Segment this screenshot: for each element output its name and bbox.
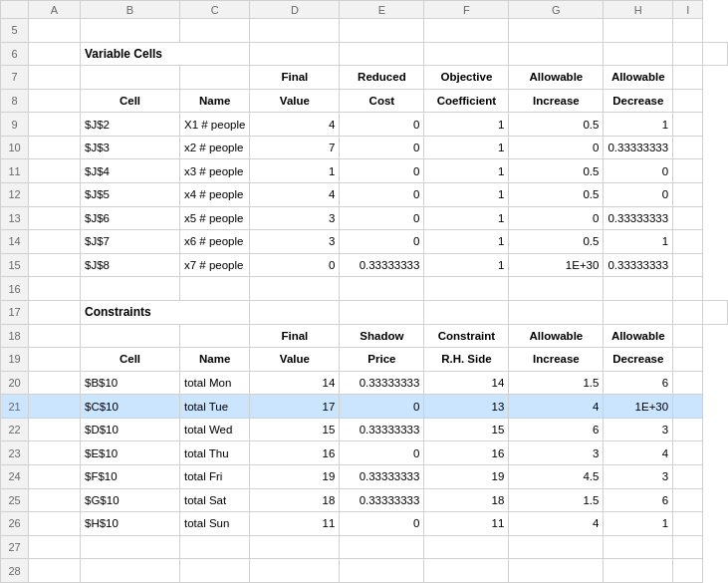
cell-15-A: [29, 253, 81, 277]
cell-11-G: 0.5: [509, 159, 604, 183]
row-header-24: 24: [1, 464, 29, 488]
cell-7-H: Allowable: [604, 66, 673, 90]
cell-28-G: [509, 559, 604, 583]
cell-23-B: $E$10: [81, 441, 180, 465]
cell-22-H: 3: [604, 418, 673, 441]
cell-26-A: [29, 512, 81, 536]
col-header-row: [1, 1, 29, 19]
cell-28-D: [250, 559, 340, 583]
cell-13-F: 1: [424, 206, 509, 230]
cell-16-I: [673, 277, 703, 301]
cell-18-F: Constraint: [424, 324, 509, 348]
cell-19-H: Decrease: [604, 348, 673, 372]
row-header-6: 6: [1, 42, 29, 66]
cell-5-C: [180, 19, 250, 43]
cell-9-A: [29, 113, 81, 137]
cell-11-H: 0: [604, 159, 673, 183]
col-header-a: A: [29, 1, 81, 19]
cell-17-H: [673, 300, 703, 324]
cell-17-E: [424, 300, 509, 324]
cell-24-H: 3: [604, 464, 673, 488]
cell-8-D: Value: [250, 89, 340, 113]
row-header-22: 22: [1, 418, 29, 441]
cell-11-B: $J$4: [81, 159, 180, 183]
cell-18-D: Final: [250, 324, 340, 348]
cell-18-G: Allowable: [509, 324, 604, 348]
cell-15-F: 1: [424, 253, 509, 277]
cell-17-C: [250, 300, 340, 324]
cell-22-G: 6: [509, 418, 604, 441]
cell-12-H: 0: [604, 183, 673, 207]
cell-16-D: [250, 277, 340, 301]
cell-15-G: 1E+30: [509, 253, 604, 277]
cell-12-D: 4: [250, 183, 340, 207]
cell-27-E: [340, 535, 424, 559]
cell-6-D: [340, 42, 424, 66]
cell-11-I: [673, 159, 703, 183]
cell-14-D: 3: [250, 230, 340, 254]
cell-21-G: 4: [509, 395, 604, 419]
row-header-25: 25: [1, 488, 29, 512]
cell-20-B: $B$10: [81, 371, 180, 395]
cell-9-G: 0.5: [509, 113, 604, 137]
cell-23-E: 0: [340, 441, 424, 465]
cell-13-C: x5 # people: [180, 206, 250, 230]
cell-16-H: [604, 277, 673, 301]
cell-16-C: [180, 277, 250, 301]
cell-13-E: 0: [340, 206, 424, 230]
cell-23-C: total Thu: [180, 441, 250, 465]
col-header-b: B: [81, 1, 180, 19]
cell-8-C: Name: [180, 89, 250, 113]
row-header-11: 11: [1, 159, 29, 183]
cell-22-E: 0.33333333: [340, 418, 424, 441]
cell-15-H: 0.33333333: [604, 253, 673, 277]
cell-21-H: 1E+30: [604, 395, 673, 419]
cell-20-D: 14: [250, 371, 340, 395]
cell-25-B: $G$10: [81, 488, 180, 512]
cell-6-E: [424, 42, 509, 66]
cell-28-E: [340, 559, 424, 583]
cell-12-B: $J$5: [81, 183, 180, 207]
cell-12-G: 0.5: [509, 183, 604, 207]
cell-27-B: [81, 535, 180, 559]
cell-12-F: 1: [424, 183, 509, 207]
row-header-14: 14: [1, 230, 29, 254]
cell-8-B: Cell: [81, 89, 180, 113]
cell-13-D: 3: [250, 206, 340, 230]
cell-20-E: 0.33333333: [340, 371, 424, 395]
row-header-27: 27: [1, 535, 29, 559]
cell-15-C: x7 # people: [180, 253, 250, 277]
cell-10-G: 0: [509, 136, 604, 159]
cell-18-B: [81, 324, 180, 348]
cell-12-A: [29, 183, 81, 207]
cell-9-C: X1 # people: [180, 113, 250, 137]
row-header-10: 10: [1, 136, 29, 159]
cell-10-A: [29, 136, 81, 159]
cell-5-G: [509, 19, 604, 43]
cell-7-A: [29, 66, 81, 90]
row-header-8: 8: [1, 89, 29, 113]
cell-14-C: x6 # people: [180, 230, 250, 254]
row-header-18: 18: [1, 324, 29, 348]
cell-27-A: [29, 535, 81, 559]
cell-26-G: 4: [509, 512, 604, 536]
cell-14-A: [29, 230, 81, 254]
cell-24-E: 0.33333333: [340, 464, 424, 488]
cell-26-H: 1: [604, 512, 673, 536]
cell-20-H: 6: [604, 371, 673, 395]
cell-19-A: [29, 348, 81, 372]
cell-27-H: [604, 535, 673, 559]
cell-5-I: [673, 19, 703, 43]
cell-14-I: [673, 230, 703, 254]
cell-14-B: $J$7: [81, 230, 180, 254]
cell-22-B: $D$10: [81, 418, 180, 441]
cell-23-G: 3: [509, 441, 604, 465]
cell-14-H: 1: [604, 230, 673, 254]
cell-28-B: [81, 559, 180, 583]
cell-5-B: [81, 19, 180, 43]
cell-10-D: 7: [250, 136, 340, 159]
cell-25-A: [29, 488, 81, 512]
cell-17-I: [703, 300, 728, 324]
cell-7-E: Reduced: [340, 66, 424, 90]
cell-7-F: Objective: [424, 66, 509, 90]
